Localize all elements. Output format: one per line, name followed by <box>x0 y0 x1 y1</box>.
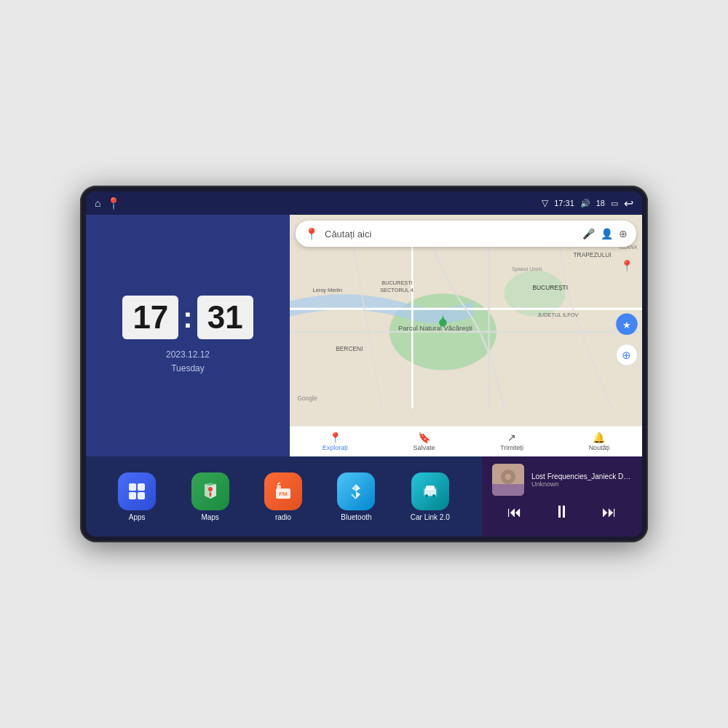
svg-rect-26 <box>129 483 136 491</box>
svg-rect-28 <box>129 492 136 499</box>
maps-label: Maps <box>201 513 218 521</box>
svg-text:TRAPEZULUI: TRAPEZULUI <box>573 251 611 258</box>
radio-icon-bg: FM <box>264 472 302 510</box>
svg-text:SECTORUL 4: SECTORUL 4 <box>380 287 414 293</box>
app-icon-apps[interactable]: Apps <box>118 472 156 521</box>
car-display-device: ⌂ 📍 ▽ 17:31 🔊 18 ▭ ↩ 17 : <box>80 186 648 542</box>
bluetooth-label: Bluetooth <box>341 513 371 521</box>
clock-date: 2023.12.12 Tuesday <box>166 348 210 376</box>
album-art-svg <box>492 464 524 496</box>
music-play-pause-button[interactable]: ⏸ <box>553 502 571 522</box>
svg-point-33 <box>208 487 213 491</box>
map-avatar-icon[interactable]: 👤 <box>601 228 613 240</box>
svg-text:Splaiul Unirii: Splaiul Unirii <box>512 266 542 272</box>
explore-label: Explorați <box>323 444 348 451</box>
svg-text:Parcul Natural Văcărești: Parcul Natural Văcărești <box>398 324 472 332</box>
clock-hours: 17 <box>122 296 178 339</box>
music-controls: ⏮ ⏸ ⏭ <box>492 502 632 522</box>
music-album-art <box>492 464 524 496</box>
maps-pin-icon[interactable]: 📍 <box>106 197 121 210</box>
svg-marker-32 <box>210 484 216 499</box>
svg-rect-40 <box>426 486 435 490</box>
map-layers-icon[interactable]: ⊕ <box>619 228 628 240</box>
app-icon-carlink[interactable]: Car Link 2.0 <box>411 472 450 521</box>
svg-text:Google: Google <box>298 395 317 402</box>
svg-text:⊕: ⊕ <box>622 349 631 361</box>
map-bottom-nav: 📍 Explorați 🔖 Salvate ↗ Trimiteți 🔔 <box>290 426 642 456</box>
app-icons-area: Apps Maps <box>86 456 482 537</box>
music-title: Lost Frequencies_Janieck Devy-... <box>531 472 632 480</box>
clock-colon: : <box>183 303 192 332</box>
device-screen: ⌂ 📍 ▽ 17:31 🔊 18 ▭ ↩ 17 : <box>86 191 642 537</box>
time-display: 17:31 <box>554 199 574 207</box>
back-icon[interactable]: ↩ <box>624 197 633 210</box>
svg-text:JUDEȚUL ILFOV: JUDEȚUL ILFOV <box>537 312 578 318</box>
music-prev-button[interactable]: ⏮ <box>507 504 522 521</box>
maps-icon-bg <box>191 472 229 510</box>
maps-icon <box>200 481 221 502</box>
svg-text:BERCENI: BERCENI <box>336 345 363 352</box>
music-next-button[interactable]: ⏭ <box>602 504 617 521</box>
music-text: Lost Frequencies_Janieck Devy-... Unknow… <box>531 472 632 488</box>
svg-marker-31 <box>205 484 210 499</box>
music-artist: Unknown <box>531 480 632 488</box>
map-search-bar[interactable]: 📍 Căutați aici 🎤 👤 ⊕ <box>296 221 636 247</box>
share-label: Trimiteți <box>500 444 523 451</box>
status-right-info: ▽ 17:31 🔊 18 ▭ ↩ <box>542 197 633 210</box>
svg-text:📍: 📍 <box>620 259 634 272</box>
map-nav-saved[interactable]: 🔖 Salvate <box>414 432 435 451</box>
clock-display: 17 : 31 <box>122 296 253 339</box>
news-icon: 🔔 <box>593 432 605 443</box>
svg-rect-27 <box>138 483 145 491</box>
svg-text:BUCUREȘTI: BUCUREȘTI <box>532 284 568 291</box>
radio-icon: FM <box>273 481 293 502</box>
bluetooth-icon <box>346 481 366 502</box>
clock-minutes: 31 <box>197 296 253 339</box>
map-nav-explore[interactable]: 📍 Explorați <box>323 432 348 451</box>
svg-rect-29 <box>138 492 145 499</box>
music-player: Lost Frequencies_Janieck Devy-... Unknow… <box>482 456 642 537</box>
date-value: 2023.12.12 <box>166 348 210 362</box>
map-nav-news[interactable]: 🔔 Noutăți <box>589 432 610 451</box>
clock-widget: 17 : 31 2023.12.12 Tuesday <box>86 215 290 456</box>
volume-icon: 🔊 <box>580 199 590 208</box>
radio-label: radio <box>275 513 291 521</box>
bottom-section: Apps Maps <box>86 456 642 537</box>
music-info-row: Lost Frequencies_Janieck Devy-... Unknow… <box>492 464 632 496</box>
apps-label: Apps <box>129 513 146 521</box>
apps-grid-icon <box>127 481 147 502</box>
app-icon-radio[interactable]: FM radio <box>264 472 302 521</box>
carlink-icon-bg <box>411 472 449 510</box>
saved-label: Salvate <box>414 444 435 451</box>
map-google-pin-icon: 📍 <box>304 227 319 241</box>
top-section: 17 : 31 2023.12.12 Tuesday 📍 Căutați aic… <box>86 215 642 456</box>
home-icon[interactable]: ⌂ <box>95 197 100 209</box>
svg-point-46 <box>505 474 511 480</box>
svg-point-42 <box>432 494 435 497</box>
svg-text:FM: FM <box>279 491 288 497</box>
app-icon-bluetooth[interactable]: Bluetooth <box>337 472 375 521</box>
status-left-icons: ⌂ 📍 <box>95 197 121 210</box>
bluetooth-icon-bg <box>337 472 375 510</box>
explore-icon: 📍 <box>329 432 341 443</box>
map-widget[interactable]: 📍 Căutați aici 🎤 👤 ⊕ <box>290 215 642 456</box>
svg-line-37 <box>277 483 280 484</box>
map-search-placeholder[interactable]: Căutați aici <box>325 229 577 240</box>
signal-icon: ▽ <box>542 198 548 208</box>
main-content: 17 : 31 2023.12.12 Tuesday 📍 Căutați aic… <box>86 215 642 537</box>
carlink-icon <box>420 481 440 502</box>
svg-point-36 <box>277 485 281 489</box>
day-value: Tuesday <box>166 362 210 376</box>
share-icon: ↗ <box>507 432 516 443</box>
svg-point-41 <box>425 494 428 497</box>
apps-icon-bg <box>118 472 156 510</box>
saved-icon: 🔖 <box>418 432 430 443</box>
app-icon-maps[interactable]: Maps <box>191 472 229 521</box>
news-label: Noutăți <box>589 444 610 451</box>
svg-rect-45 <box>492 484 524 496</box>
map-mic-icon[interactable]: 🎤 <box>582 228 595 240</box>
carlink-label: Car Link 2.0 <box>411 513 450 521</box>
map-nav-share[interactable]: ↗ Trimiteți <box>500 432 523 451</box>
signal-strength: 18 <box>596 199 605 207</box>
svg-text:Leroy Merlin: Leroy Merlin <box>313 287 343 293</box>
